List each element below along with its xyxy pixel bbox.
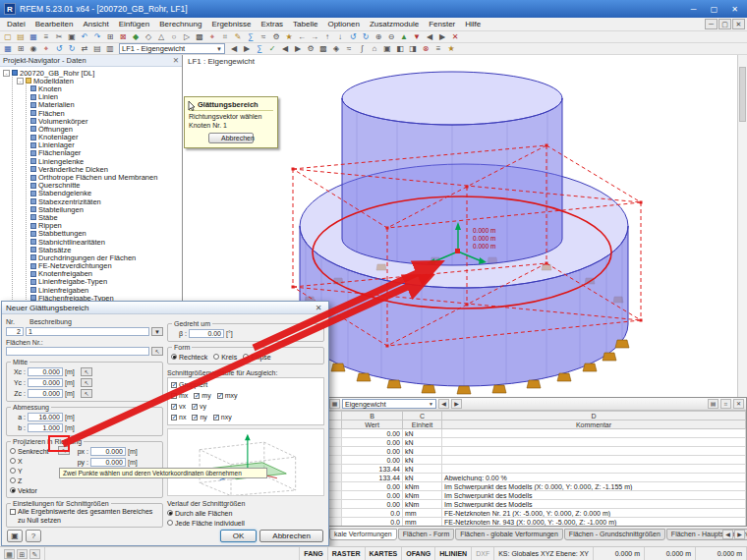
pick-button[interactable]: ↖ — [81, 389, 92, 398]
toolbar-icon[interactable]: ✎ — [232, 31, 244, 42]
toolbar-icon[interactable]: ≡ — [432, 43, 444, 54]
toolbar-icon[interactable]: ≡ — [40, 31, 52, 42]
toolbar-icon[interactable]: ⇄ — [79, 43, 90, 54]
radio-option[interactable]: Jede Fläche individuell — [167, 518, 324, 528]
radio-option[interactable]: X — [10, 456, 55, 466]
pick-button[interactable]: ↖ — [81, 378, 92, 387]
toolbar-icon[interactable]: ← — [296, 31, 308, 42]
status-toggle[interactable]: OFANG — [402, 547, 435, 560]
dialog-help-button[interactable]: ? — [26, 530, 41, 542]
menu-item[interactable]: Zusatzmodule — [365, 20, 424, 28]
toolbar-icon[interactable]: ∫ — [356, 43, 368, 54]
table-tab[interactable]: Flächen - globale Verformungen — [455, 529, 563, 540]
toolbar-icon[interactable]: ≈ — [258, 31, 269, 42]
menu-item[interactable]: Berechnung — [154, 20, 206, 28]
cell-wert[interactable]: 133.44 — [342, 465, 403, 474]
toolbar-icon[interactable]: ⊞ — [15, 43, 27, 54]
cell-kommentar[interactable]: Im Schwerpunkt des Modells (X: 0.000, Y:… — [442, 482, 746, 491]
table-row[interactable]: 0.0mmFE-Netzknoten Nr. 21 (X: -5.000, Y:… — [328, 509, 746, 518]
table-row[interactable]: 0.00kN — [328, 429, 746, 438]
cell-einheit[interactable]: kN — [403, 429, 442, 438]
table-loadcase-combo[interactable]: Eigengewicht ▼ — [342, 399, 436, 409]
column-header[interactable]: Kommentar — [442, 420, 746, 429]
selected-node-marker[interactable] — [455, 249, 460, 253]
sg-checkbox[interactable]: nxy — [213, 413, 232, 422]
tabs-scroll-left-button[interactable]: ◀ — [722, 530, 733, 539]
cell-kommentar[interactable] — [442, 429, 746, 438]
ok-button[interactable]: OK — [220, 530, 258, 542]
collapse-icon[interactable]: - — [3, 70, 10, 77]
tooltip-cancel-button[interactable]: Abbrechen — [208, 133, 254, 143]
nr-field[interactable]: 2 — [6, 327, 24, 336]
status-icon[interactable]: ⊞ — [17, 549, 28, 559]
numeric-field[interactable]: 0.000 — [28, 389, 63, 398]
table-row[interactable]: 0.00kN — [328, 456, 746, 465]
cell-kommentar[interactable] — [442, 465, 746, 474]
close-button[interactable]: ✕ — [726, 3, 743, 16]
radio-option[interactable]: Rechteck — [171, 352, 207, 362]
cell-kommentar[interactable]: FE-Netzknoten Nr. 21 (X: -5.000, Y: 0.00… — [442, 509, 746, 518]
numeric-field[interactable]: 1.000 — [28, 423, 63, 432]
numeric-field[interactable]: 0.000 — [90, 447, 126, 456]
cell-wert[interactable]: 0.00 — [342, 500, 403, 509]
menu-item[interactable]: Tabelle — [288, 20, 322, 28]
toolbar-icon[interactable]: ▩ — [194, 31, 205, 42]
scrollbar-thumb[interactable] — [739, 67, 746, 122]
toolbar-icon[interactable]: ⚙ — [270, 31, 282, 42]
cell-einheit[interactable]: kNm — [403, 500, 442, 509]
toolbar-icon[interactable]: ◉ — [28, 43, 39, 54]
toolbar-icon[interactable]: ★ — [445, 43, 457, 54]
cell-wert[interactable]: 0.00 — [342, 438, 403, 447]
column-letter[interactable]: D — [442, 412, 746, 420]
status-toggle[interactable]: RASTER — [328, 547, 366, 560]
table-row[interactable]: 0.00kN — [328, 438, 746, 447]
pick-button[interactable]: ↖ — [81, 367, 92, 376]
cell-kommentar[interactable] — [442, 438, 746, 447]
sg-checkbox[interactable]: mxy — [217, 391, 238, 401]
toolbar-icon[interactable]: ▶ — [436, 31, 448, 42]
minimize-button[interactable]: ─ — [685, 3, 702, 16]
toolbar-icon[interactable]: ▣ — [66, 31, 78, 42]
toolbar-icon[interactable]: ↻ — [66, 43, 78, 54]
table-row[interactable]: 133.44kNAbweichung: 0.00 % — [328, 474, 746, 482]
cell-einheit[interactable]: kN — [403, 474, 442, 482]
chevron-down-icon[interactable]: ▼ — [151, 327, 163, 336]
toolbar-icon[interactable]: ★ — [283, 31, 295, 42]
sg-checkbox[interactable]: mx — [171, 391, 188, 401]
toolbar-icon[interactable]: ⚙ — [305, 43, 316, 54]
cell-wert[interactable]: 0.00 — [342, 456, 403, 465]
toolbar-icon[interactable]: ◇ — [143, 31, 154, 42]
cell-wert[interactable]: 0.00 — [342, 447, 403, 456]
radio-option[interactable]: Durch alle Flächen — [167, 508, 324, 518]
beta-field[interactable]: 0.00 — [189, 329, 224, 338]
flaechen-field[interactable] — [6, 347, 149, 356]
table-close-button[interactable]: ✕ — [733, 399, 744, 409]
numeric-field[interactable]: 0.000 — [90, 458, 126, 467]
sg-checkbox[interactable]: my — [194, 391, 210, 401]
table-row[interactable]: 0.00kN — [328, 447, 746, 456]
toolbar-icon[interactable]: ∑ — [245, 31, 257, 42]
table-row[interactable]: 133.44kN — [328, 465, 746, 474]
radio-option[interactable]: Y — [10, 466, 55, 476]
status-toggle[interactable]: DXF — [472, 547, 494, 560]
cell-einheit[interactable]: kN — [403, 465, 442, 474]
radio-option[interactable]: Ellipse — [243, 352, 271, 362]
toolbar-icon[interactable]: ⌖ — [40, 43, 52, 54]
radio-option[interactable]: Vektor — [10, 485, 55, 495]
cell-einheit[interactable]: kN — [403, 447, 442, 456]
cell-kommentar[interactable] — [442, 447, 746, 456]
pick-button[interactable]: ↖ — [151, 347, 163, 356]
table-tab[interactable]: kale Verformungen — [329, 529, 397, 540]
tabs-scroll-right-button[interactable]: ▶ — [734, 530, 745, 539]
toolbar-icon[interactable]: ▤ — [91, 43, 103, 54]
table-row[interactable]: 0.00kNmIm Schwerpunkt des Modells (X: 0.… — [328, 482, 746, 491]
toolbar-icon[interactable]: ▲ — [398, 31, 410, 42]
menu-item[interactable]: Ergebnisse — [206, 20, 256, 28]
sg-checkbox[interactable]: ny — [192, 413, 206, 422]
toolbar-icon[interactable]: ⊖ — [385, 31, 397, 42]
toolbar-icon[interactable]: ◀ — [424, 31, 435, 42]
toolbar-icon[interactable]: ◀ — [279, 43, 291, 54]
cell-wert[interactable]: 0.00 — [342, 482, 403, 491]
toolbar-icon[interactable]: ▣ — [381, 43, 393, 54]
table-row[interactable]: 0.0mmFE-Netzknoten Nr. 943 (X: 0.000, Y:… — [328, 518, 746, 527]
